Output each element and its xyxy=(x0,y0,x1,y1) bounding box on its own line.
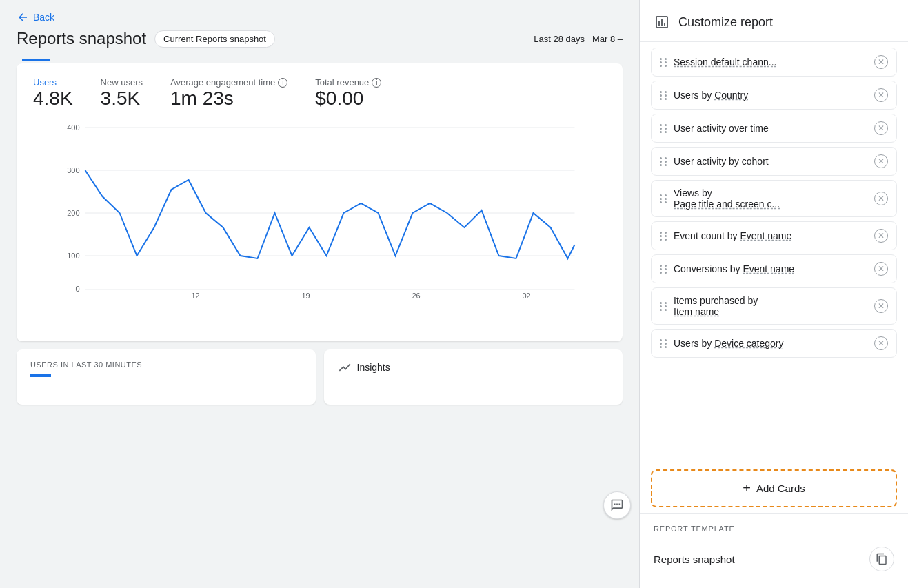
report-template-section: REPORT TEMPLATE Reports snapshot xyxy=(640,513,908,588)
sidebar-item-session-default[interactable]: Session default chann... ✕ xyxy=(651,48,897,77)
session-label: Session default chann... xyxy=(674,57,869,68)
page-header: Reports snapshot Current Reports snapsho… xyxy=(17,29,623,48)
metric-engagement: Average engagement time i 1m 23s xyxy=(170,77,287,110)
template-item: Reports snapshot xyxy=(654,541,894,577)
drag-handle-views-page xyxy=(660,194,668,203)
metric-revenue: Total revenue i $0.00 xyxy=(315,77,381,110)
revenue-info-icon[interactable]: i xyxy=(372,78,381,88)
chart-svg: 400 300 200 100 0 12 Mar 19 26 02 Apr xyxy=(33,121,606,300)
y-label-0: 0 xyxy=(75,285,79,293)
date-range-prefix: Last 28 days xyxy=(534,34,585,44)
right-sidebar: Customize report Session default chann..… xyxy=(639,0,908,588)
metrics-row: Users 4.8K New users 3.5K Average engage… xyxy=(33,77,606,110)
date-range-value: Mar 8 – xyxy=(592,34,623,44)
drag-handle-conversions xyxy=(660,265,668,274)
sidebar-item-items-purchased[interactable]: Items purchased by Item name ✕ xyxy=(651,287,897,325)
remove-users-country-button[interactable]: ✕ xyxy=(874,88,888,102)
metric-users: Users 4.8K xyxy=(33,77,73,110)
x-label-12: 12 xyxy=(191,292,199,300)
chart-container: 400 300 200 100 0 12 Mar 19 26 02 Apr xyxy=(33,121,606,327)
y-label-400: 400 xyxy=(67,123,79,132)
engagement-label: Average engagement time i xyxy=(170,77,287,88)
user-activity-time-label: User activity over time xyxy=(674,123,869,134)
sidebar-item-user-activity-cohort[interactable]: User activity by cohort ✕ xyxy=(651,147,897,176)
feedback-button[interactable] xyxy=(603,491,631,519)
insights-label: Insights xyxy=(357,362,390,373)
insights-card[interactable]: Insights xyxy=(324,349,623,405)
sidebar-title: Customize report xyxy=(678,15,773,30)
metric-new-users: New users 3.5K xyxy=(101,77,143,110)
template-name: Reports snapshot xyxy=(654,554,735,565)
remove-session-button[interactable]: ✕ xyxy=(874,55,888,69)
engagement-value: 1m 23s xyxy=(170,88,287,110)
chart-grid xyxy=(85,128,575,290)
x-label-19: 19 xyxy=(301,292,310,300)
drag-handle-event-count xyxy=(660,232,668,241)
engagement-info-icon[interactable]: i xyxy=(278,78,287,88)
chart-line xyxy=(85,170,575,258)
revenue-value: $0.00 xyxy=(315,88,381,110)
back-link[interactable]: Back xyxy=(17,11,623,23)
feedback-icon xyxy=(610,498,624,512)
page-title: Reports snapshot xyxy=(17,29,146,48)
users-device-label: Users by Device category xyxy=(674,338,869,349)
drag-handle-users-country xyxy=(660,91,668,100)
sidebar-item-conversions[interactable]: Conversions by Event name ✕ xyxy=(651,254,897,283)
metrics-card: Users 4.8K New users 3.5K Average engage… xyxy=(17,63,623,341)
event-count-label: Event count by Event name xyxy=(674,230,869,241)
sidebar-items-list: Session default chann... ✕ Users by Coun… xyxy=(640,42,908,464)
remove-users-device-button[interactable]: ✕ xyxy=(874,336,888,350)
users-label: Users xyxy=(33,77,73,88)
y-label-100: 100 xyxy=(67,252,79,260)
users-country-label: Users by Country xyxy=(674,90,869,101)
new-users-label: New users xyxy=(101,77,143,88)
remove-views-page-button[interactable]: ✕ xyxy=(874,192,888,205)
insights-content: Insights xyxy=(338,361,609,374)
user-activity-cohort-label: User activity by cohort xyxy=(674,156,869,167)
x-label-02: 02 xyxy=(522,292,530,300)
users-value: 4.8K xyxy=(33,88,73,110)
back-arrow-icon xyxy=(17,11,29,23)
date-range: Last 28 days Mar 8 – xyxy=(534,34,623,44)
views-page-label: Views by Page title and screen c... xyxy=(674,187,869,210)
add-cards-button[interactable]: + Add Cards xyxy=(651,469,897,507)
drag-handle-session xyxy=(660,58,668,67)
insights-icon xyxy=(338,361,352,374)
new-users-value: 3.5K xyxy=(101,88,143,110)
current-snapshot-badge[interactable]: Current Reports snapshot xyxy=(154,30,275,48)
remove-conversions-button[interactable]: ✕ xyxy=(874,262,888,276)
sidebar-item-event-count[interactable]: Event count by Event name ✕ xyxy=(651,221,897,250)
conversions-label: Conversions by Event name xyxy=(674,263,869,274)
drag-handle-items-purchased xyxy=(660,302,668,311)
add-icon: + xyxy=(743,480,751,496)
template-copy-icon xyxy=(876,553,888,565)
report-template-label: REPORT TEMPLATE xyxy=(654,525,894,533)
remove-user-activity-time-button[interactable]: ✕ xyxy=(874,121,888,135)
sidebar-item-user-activity-time[interactable]: User activity over time ✕ xyxy=(651,114,897,143)
back-label: Back xyxy=(33,12,54,23)
drag-handle-users-device xyxy=(660,339,668,348)
users-last-30-title: USERS IN LAST 30 MINUTES xyxy=(30,361,302,369)
sidebar-header: Customize report xyxy=(640,0,908,42)
page-title-row: Reports snapshot Current Reports snapsho… xyxy=(17,29,275,48)
template-copy-button[interactable] xyxy=(869,547,894,571)
remove-event-count-button[interactable]: ✕ xyxy=(874,229,888,243)
users-last-30-bar xyxy=(30,374,51,377)
items-purchased-label: Items purchased by Item name xyxy=(674,295,869,317)
drag-handle-user-activity-time xyxy=(660,124,668,133)
remove-items-purchased-button[interactable]: ✕ xyxy=(874,299,888,313)
active-tab-indicator xyxy=(22,59,50,61)
sidebar-item-users-country[interactable]: Users by Country ✕ xyxy=(651,81,897,110)
x-label-26: 26 xyxy=(412,292,420,300)
customize-report-icon xyxy=(654,14,670,30)
remove-user-activity-cohort-button[interactable]: ✕ xyxy=(874,154,888,168)
bottom-cards-row: USERS IN LAST 30 MINUTES Insights xyxy=(17,349,623,405)
drag-handle-user-activity-cohort xyxy=(660,157,668,166)
revenue-label: Total revenue i xyxy=(315,77,381,88)
y-label-300: 300 xyxy=(67,166,79,174)
users-last-30-card: USERS IN LAST 30 MINUTES xyxy=(17,349,316,405)
add-cards-label: Add Cards xyxy=(756,483,805,494)
main-panel: Back Reports snapshot Current Reports sn… xyxy=(0,0,639,588)
sidebar-item-views-page[interactable]: Views by Page title and screen c... ✕ xyxy=(651,180,897,217)
sidebar-item-users-device[interactable]: Users by Device category ✕ xyxy=(651,329,897,358)
